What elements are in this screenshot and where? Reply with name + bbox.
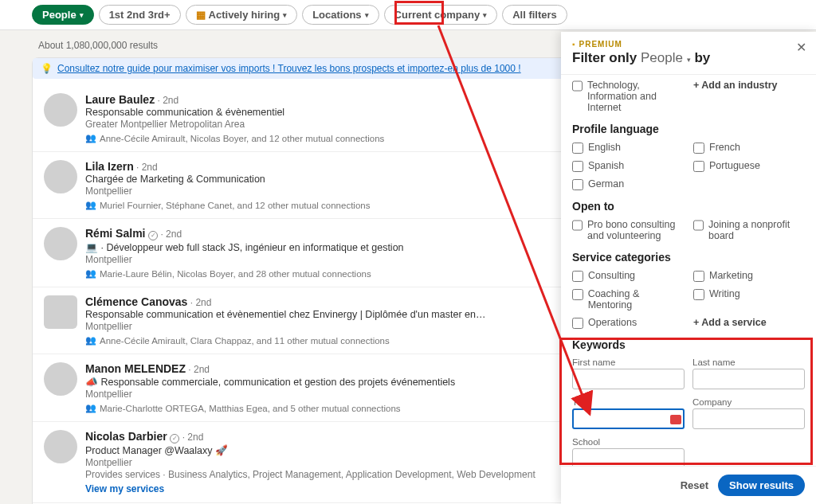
avatar[interactable] xyxy=(44,160,77,193)
checkbox-industry-tech[interactable]: Technology, Information and Internet xyxy=(572,80,684,113)
section-profile-language: Profile language xyxy=(572,123,805,135)
checkbox-english[interactable]: English xyxy=(572,142,684,154)
view-services-link[interactable]: View my services xyxy=(85,483,570,494)
result-location: Montpellier xyxy=(85,186,570,197)
show-results-button[interactable]: Show results xyxy=(718,475,805,496)
waalaxy-badge-icon xyxy=(670,415,681,424)
keyword-company: Company xyxy=(692,397,805,429)
result-name[interactable]: Clémence Canovas xyxy=(85,295,187,308)
avatar[interactable] xyxy=(44,362,77,396)
checkbox-coaching[interactable]: Coaching & Mentoring xyxy=(572,288,684,311)
result-mutual: 👥Anne-Cécile Amirault, Nicolas Boyer, an… xyxy=(85,133,570,143)
filter-panel-title: Filter only People ▾ by xyxy=(572,50,805,66)
section-keywords: Keywords xyxy=(572,338,805,351)
reset-button[interactable]: Reset xyxy=(681,479,708,491)
filter-panel: ✕ PREMIUM Filter only People ▾ by Techno… xyxy=(561,32,816,504)
result-title: 💻 · Développeur web full stack JS, ingén… xyxy=(85,241,570,253)
filter-locations[interactable]: Locations ▾ xyxy=(302,5,379,25)
verified-icon: ✓ xyxy=(148,231,158,240)
result-mutual: 👥Anne-Cécile Amirault, Clara Chappaz, an… xyxy=(85,335,570,346)
result-services: Provides services · Business Analytics, … xyxy=(85,469,570,480)
checkbox-pro-bono[interactable]: Pro bono consulting and volunteering xyxy=(572,219,684,241)
result-title: Product Manager @Waalaxy 🚀 xyxy=(85,444,570,456)
avatar[interactable] xyxy=(44,227,77,260)
keyword-first-name: First name xyxy=(572,357,685,389)
checkbox-french[interactable]: French xyxy=(693,142,805,154)
checkbox-marketing[interactable]: Marketing xyxy=(693,270,805,282)
premium-badge: PREMIUM xyxy=(572,40,805,49)
add-service-button[interactable]: + Add a service xyxy=(693,317,805,329)
keyword-title: Title xyxy=(572,397,685,429)
result-degree: · 2nd xyxy=(134,162,158,173)
checkbox-operations[interactable]: Operations xyxy=(572,317,684,329)
result-title: Chargée de Marketing & Communication xyxy=(85,174,570,185)
checkbox-portuguese[interactable]: Portuguese xyxy=(693,160,805,172)
result-degree: · 2nd xyxy=(186,364,210,375)
mutual-icon: 👥 xyxy=(85,200,96,210)
filter-people[interactable]: People ▾ xyxy=(32,5,94,25)
avatar[interactable] xyxy=(44,430,77,463)
result-degree: · 2nd xyxy=(187,297,211,308)
result-degree: · 2nd xyxy=(179,432,203,443)
verified-icon: ✓ xyxy=(170,434,179,443)
add-industry-button[interactable]: + Add an industry xyxy=(693,80,805,113)
result-name[interactable]: Manon MELENDEZ xyxy=(85,362,186,375)
mutual-icon: 👥 xyxy=(85,335,96,346)
checkbox-writing[interactable]: Writing xyxy=(693,288,805,311)
mutual-icon: 👥 xyxy=(85,268,96,279)
checkbox-german[interactable]: German xyxy=(572,178,684,190)
last-name-input[interactable] xyxy=(692,369,805,389)
tip-link[interactable]: Consultez notre guide pour maximiser vos… xyxy=(57,63,521,74)
avatar[interactable] xyxy=(44,295,77,329)
checkbox-consulting[interactable]: Consulting xyxy=(572,270,684,282)
result-location: Greater Montpellier Metropolitan Area xyxy=(85,119,570,130)
result-degree: · 2nd xyxy=(158,229,182,240)
result-title: Responsable communication et évènementie… xyxy=(85,309,570,320)
tip-icon: 💡 xyxy=(41,63,53,74)
result-location: Montpellier xyxy=(85,457,570,468)
filter-degrees[interactable]: 1st 2nd 3rd+ xyxy=(99,5,181,25)
result-degree: · 2nd xyxy=(155,95,178,106)
first-name-input[interactable] xyxy=(572,369,685,389)
school-input[interactable] xyxy=(572,448,685,466)
section-open-to: Open to xyxy=(572,200,805,213)
filter-current-company[interactable]: Current company ▾ xyxy=(384,5,498,25)
title-input[interactable] xyxy=(572,408,685,429)
result-name[interactable]: Rémi Salmi xyxy=(85,227,145,240)
result-title: Responsable communication & évènementiel xyxy=(85,107,570,118)
result-mutual: 👥Muriel Fournier, Stéphane Canet, and 12… xyxy=(85,200,570,210)
result-name[interactable]: Laure Baulez xyxy=(85,93,155,106)
filter-actively-hiring[interactable]: ▦ Actively hiring ▾ xyxy=(186,5,298,25)
section-service-categories: Service categories xyxy=(572,251,805,264)
result-location: Montpellier xyxy=(85,321,570,332)
result-name[interactable]: Nicolas Darbier xyxy=(85,430,167,443)
company-input[interactable] xyxy=(692,408,805,429)
mutual-icon: 👥 xyxy=(85,133,96,143)
result-mutual: 👥Marie-Charlotte ORTEGA, Matthias Egea, … xyxy=(85,403,570,413)
avatar[interactable] xyxy=(44,93,77,127)
filter-bar: People ▾ 1st 2nd 3rd+ ▦ Actively hiring … xyxy=(0,0,816,30)
keyword-school: School xyxy=(572,437,685,466)
checkbox-spanish[interactable]: Spanish xyxy=(572,160,684,172)
mutual-icon: 👥 xyxy=(85,403,96,413)
result-location: Montpellier xyxy=(85,254,570,265)
result-mutual: 👥Marie-Laure Bélin, Nicolas Boyer, and 2… xyxy=(85,268,570,279)
result-location: Montpellier xyxy=(85,389,570,400)
result-title: 📣 Responsable commerciale, communication… xyxy=(85,376,570,388)
result-name[interactable]: Lila Izern xyxy=(85,160,134,173)
checkbox-nonprofit-board[interactable]: Joining a nonprofit board xyxy=(693,219,805,241)
close-icon[interactable]: ✕ xyxy=(796,40,806,55)
filter-all-filters[interactable]: All filters xyxy=(502,5,567,25)
keyword-last-name: Last name xyxy=(692,357,805,389)
